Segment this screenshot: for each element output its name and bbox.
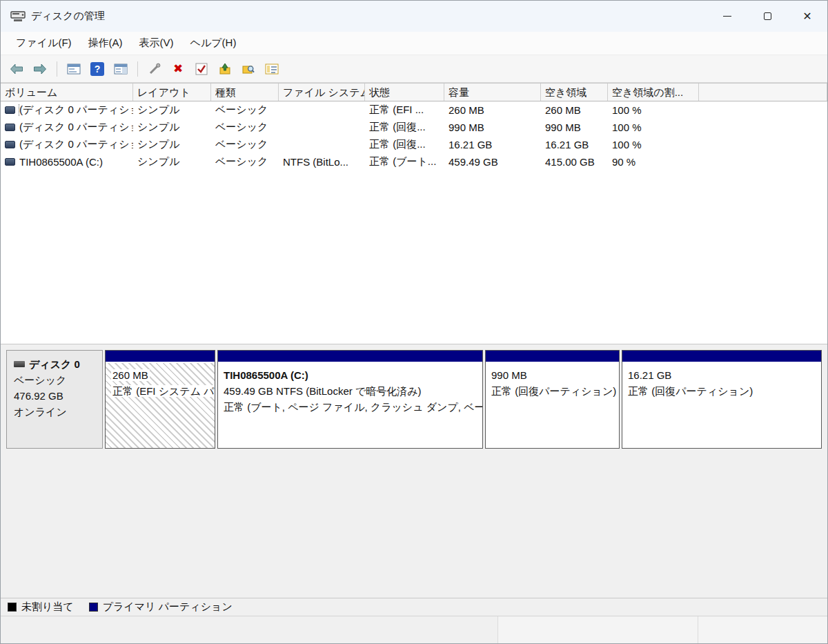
column-header-layout[interactable]: レイアウト xyxy=(133,84,211,101)
window-title: ディスクの管理 xyxy=(31,10,105,23)
volume-free-percent: 90 % xyxy=(608,156,699,168)
table-row[interactable]: (ディスク 0 パーティショ... シンプル ベーシック 正常 (EFI ...… xyxy=(1,101,827,119)
disk-0-info[interactable]: ディスク 0 ベーシック 476.92 GB オンライン xyxy=(6,350,103,449)
table-row[interactable]: TIH0865500A (C:) シンプル ベーシック NTFS (BitLo.… xyxy=(1,153,827,170)
column-header-capacity[interactable]: 容量 xyxy=(444,84,541,101)
mark-partition-icon[interactable] xyxy=(191,59,212,79)
volume-icon xyxy=(5,124,15,131)
volume-name: (ディスク 0 パーティショ... xyxy=(19,138,133,151)
disk-0-row: ディスク 0 ベーシック 476.92 GB オンライン 260 MB 正常 (… xyxy=(6,350,823,449)
volume-status: 正常 (回復... xyxy=(365,121,444,134)
menu-view[interactable]: 表示(V) xyxy=(131,33,182,53)
disk-status: オンライン xyxy=(14,404,95,420)
console-tree-icon[interactable] xyxy=(63,59,84,79)
table-row[interactable]: (ディスク 0 パーティショ... シンプル ベーシック 正常 (回復... 9… xyxy=(1,119,827,136)
volume-name: (ディスク 0 パーティショ... xyxy=(19,121,133,134)
forward-icon[interactable] xyxy=(30,59,50,79)
partition-recovery-2[interactable]: 16.21 GB 正常 (回復パーティション) xyxy=(622,350,822,449)
partition-header-bar xyxy=(106,351,215,363)
status-segment xyxy=(497,616,698,643)
close-icon: ✕ xyxy=(802,10,811,23)
column-header-free[interactable]: 空き領域 xyxy=(541,84,608,101)
volume-free-percent: 100 % xyxy=(608,121,699,133)
volume-icon xyxy=(5,141,15,148)
volume-status: 正常 (回復... xyxy=(365,138,444,151)
disk-size: 476.92 GB xyxy=(14,388,95,404)
column-header-status[interactable]: 状態 xyxy=(365,84,444,101)
partition-header-bar xyxy=(622,351,821,363)
disk-type: ベーシック xyxy=(14,372,95,388)
disk-icon xyxy=(14,361,25,367)
volume-name: TIH0865500A (C:) xyxy=(19,156,103,168)
volume-capacity: 16.21 GB xyxy=(444,139,541,150)
volume-type: ベーシック xyxy=(211,138,279,151)
search-folder-icon[interactable] xyxy=(238,59,259,79)
column-header-type[interactable]: 種類 xyxy=(211,84,279,101)
volume-icon xyxy=(5,158,15,166)
volume-free: 16.21 GB xyxy=(541,139,608,150)
action-pane-icon[interactable] xyxy=(110,59,131,79)
legend-primary-partition: プライマリ パーティション xyxy=(89,601,233,614)
partitions-track: 260 MB 正常 (EFI システム パ TIH0865500A (C:) 4… xyxy=(105,350,823,449)
menu-bar: ファイル(F) 操作(A) 表示(V) ヘルプ(H) xyxy=(1,32,827,55)
help-icon[interactable]: ? xyxy=(87,59,108,79)
status-segment xyxy=(1,616,497,643)
volume-icon xyxy=(5,106,15,114)
minimize-button[interactable] xyxy=(707,1,747,32)
volume-capacity: 459.49 GB xyxy=(444,156,541,168)
partition-size: 990 MB xyxy=(491,367,613,383)
partition-status: 正常 (ブート, ページ ファイル, クラッシュ ダンプ, ベーシック) xyxy=(224,399,477,415)
volume-free-percent: 100 % xyxy=(608,104,699,116)
maximize-icon xyxy=(764,12,771,20)
column-header-filler xyxy=(699,84,827,101)
status-bar xyxy=(1,616,827,643)
volume-free-percent: 100 % xyxy=(608,139,699,150)
disk-management-window: ディスクの管理 ✕ ファイル(F) 操作(A) 表示(V) ヘルプ(H) ? xyxy=(0,0,828,644)
volume-layout: シンプル xyxy=(133,121,211,134)
primary-partition-swatch-icon xyxy=(89,603,98,612)
partition-c[interactable]: TIH0865500A (C:) 459.49 GB NTFS (BitLock… xyxy=(217,350,483,449)
volume-filesystem: NTFS (BitLo... xyxy=(279,156,365,168)
volume-type: ベーシック xyxy=(211,155,279,168)
maximize-button[interactable] xyxy=(747,1,787,32)
partition-status: 正常 (回復パーティション) xyxy=(628,383,816,399)
column-header-filesystem[interactable]: ファイル システム xyxy=(279,84,365,101)
legend-unallocated-label: 未割り当て xyxy=(21,601,74,614)
back-icon[interactable] xyxy=(6,59,27,79)
volume-type: ベーシック xyxy=(211,121,279,134)
volume-layout: シンプル xyxy=(133,155,211,168)
menu-file[interactable]: ファイル(F) xyxy=(8,33,80,53)
close-button[interactable]: ✕ xyxy=(787,1,827,32)
unallocated-swatch-icon xyxy=(8,603,17,612)
properties-list-icon[interactable] xyxy=(262,59,282,79)
action-tool-icon[interactable] xyxy=(144,59,165,79)
disk-name: ディスク 0 xyxy=(29,356,80,372)
volume-free: 415.00 GB xyxy=(541,156,608,168)
partition-name: TIH0865500A (C:) xyxy=(224,367,477,383)
volume-type: ベーシック xyxy=(211,104,279,117)
volume-list: ボリューム レイアウト 種類 ファイル システム 状態 容量 空き領域 空き領域… xyxy=(1,83,827,344)
column-header-volume[interactable]: ボリューム xyxy=(1,84,133,101)
minimize-icon xyxy=(723,16,731,17)
column-header-free-percent[interactable]: 空き領域の割... xyxy=(608,84,699,101)
title-bar: ディスクの管理 ✕ xyxy=(1,1,827,32)
volume-layout: シンプル xyxy=(133,138,211,151)
toolbar-separator xyxy=(137,61,138,77)
partition-efi[interactable]: 260 MB 正常 (EFI システム パ xyxy=(105,350,215,449)
volume-list-header: ボリューム レイアウト 種類 ファイル システム 状態 容量 空き領域 空き領域… xyxy=(1,84,827,101)
partition-header-bar xyxy=(218,351,482,363)
menu-action[interactable]: 操作(A) xyxy=(80,33,131,53)
volume-status: 正常 (EFI ... xyxy=(365,104,444,117)
partition-recovery-1[interactable]: 990 MB 正常 (回復パーティション) xyxy=(485,350,620,449)
toolbar-separator xyxy=(57,61,57,77)
menu-help[interactable]: ヘルプ(H) xyxy=(182,33,245,53)
partition-size: 459.49 GB NTFS (BitLocker で暗号化済み) xyxy=(224,383,477,399)
partition-status: 正常 (EFI システム パ xyxy=(111,385,215,397)
volume-capacity: 990 MB xyxy=(444,121,541,133)
partition-status: 正常 (回復パーティション) xyxy=(491,383,613,399)
disk-graph-pane: ディスク 0 ベーシック 476.92 GB オンライン 260 MB 正常 (… xyxy=(1,344,827,598)
delete-volume-icon[interactable]: ✖ xyxy=(168,59,188,79)
volume-layout: シンプル xyxy=(133,104,211,117)
table-row[interactable]: (ディスク 0 パーティショ... シンプル ベーシック 正常 (回復... 1… xyxy=(1,136,827,153)
extend-volume-icon[interactable] xyxy=(215,59,235,79)
